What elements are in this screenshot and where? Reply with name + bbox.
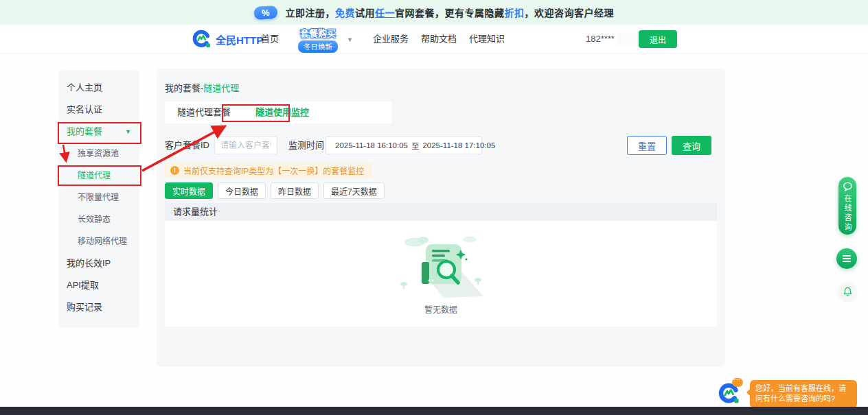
date-range-end: 2025-11-18 17:10:05 — [422, 141, 495, 150]
notification-button[interactable] — [838, 283, 856, 300]
promo-seg: 试用 — [355, 8, 375, 19]
sidebar-item-longterm-ip[interactable]: 我的长效IP — [58, 252, 139, 274]
chat-typing-badge: ··· — [732, 378, 743, 387]
online-service-label: 在线咨询 — [842, 194, 853, 233]
logo-icon — [192, 29, 212, 49]
promo-banner: % 立即注册，免费试用任一官网套餐，更有专属隐藏折扣，欢迎咨询客户经理 — [0, 0, 868, 25]
date-range-start: 2025-11-18 16:10:05 — [335, 141, 408, 150]
brand-logo[interactable]: 全民HTTP — [192, 29, 263, 49]
header: 全民HTTP 首页 套餐购买 冬日焕新 ▼ 企业服务 帮助文档 代理知识 182… — [0, 25, 868, 54]
date-range-picker[interactable]: 2025-11-18 16:10:05 至 2025-11-18 17:10:0… — [326, 137, 482, 154]
nav-package-buy-badge: 冬日焕新 — [297, 40, 339, 54]
chevron-down-icon[interactable]: ▼ — [347, 36, 353, 43]
notice-bar: ! 当前仅支持查询IP类型为【一次一换】的套餐监控 — [165, 163, 372, 178]
quick-menu-button[interactable] — [836, 248, 857, 269]
breadcrumb: 我的套餐-隧道代理 — [165, 81, 239, 94]
nav-knowledge[interactable]: 代理知识 — [469, 25, 505, 53]
sidebar-item-my-packages[interactable]: 我的套餐 ▼ — [58, 121, 139, 143]
promo-seg-any[interactable]: 任一 — [375, 8, 395, 19]
empty-state-illustration — [396, 233, 486, 298]
customer-package-id-label: 客户套餐ID — [165, 136, 209, 155]
section-title: 请求量统计 — [165, 203, 717, 221]
main-content: 我的套餐-隧道代理 隧道代理套餐 隧道使用监控 客户套餐ID 监测时间 2025… — [157, 69, 725, 367]
nav-home[interactable]: 首页 — [261, 25, 279, 53]
chevron-down-icon: ▼ — [125, 121, 131, 143]
user-phone[interactable]: 182**** — [586, 25, 615, 53]
range-tab-yesterday[interactable]: 昨日数据 — [271, 182, 319, 199]
tab-tunnel-monitor[interactable]: 隧道使用监控 — [243, 102, 321, 123]
bell-icon — [843, 287, 852, 296]
time-range-tabs: 实时数据 今日数据 昨日数据 最近7天数据 — [165, 182, 385, 199]
reset-button[interactable]: 重置 — [627, 136, 667, 155]
menu-lines-icon — [843, 255, 851, 257]
notice-text: 当前仅支持查询IP类型为【一次一换】的套餐监控 — [183, 165, 364, 176]
sidebar: 个人主页 实名认证 我的套餐 ▼ 独享资源池 隧道代理 不限量代理 长效静态 移… — [58, 71, 139, 328]
page: % 立即注册，免费试用任一官网套餐，更有专属隐藏折扣，欢迎咨询客户经理 全民HT… — [0, 0, 868, 415]
promo-seg: 官网套餐，更有专属隐藏 — [395, 8, 505, 19]
tab-tunnel-packages[interactable]: 隧道代理套餐 — [165, 102, 243, 123]
sidebar-item-my-packages-label: 我的套餐 — [67, 126, 102, 137]
chat-bubble-icon — [843, 182, 853, 191]
sidebar-item-tunnel-proxy[interactable]: 隧道代理 — [58, 165, 139, 187]
sidebar-item-static-longterm[interactable]: 长效静态 — [58, 209, 139, 230]
empty-state-text: 暂无数据 — [424, 303, 457, 315]
logout-button[interactable]: 退出 — [639, 30, 677, 48]
brand-name: 全民HTTP — [216, 32, 263, 47]
customer-package-id-input[interactable] — [214, 137, 277, 154]
range-tab-7days[interactable]: 最近7天数据 — [323, 182, 385, 199]
footer-bar — [0, 407, 868, 415]
sidebar-item-mobile-proxy[interactable]: 移动网络代理 — [58, 230, 139, 252]
promo-text: 立即注册，免费试用任一官网套餐，更有专属隐藏折扣，欢迎咨询客户经理 — [286, 5, 615, 19]
sidebar-item-exclusive-pool[interactable]: 独享资源池 — [58, 143, 139, 165]
range-tab-realtime[interactable]: 实时数据 — [165, 182, 213, 199]
date-range-separator: 至 — [411, 140, 420, 151]
nav-enterprise[interactable]: 企业服务 — [373, 25, 409, 53]
sidebar-item-profile[interactable]: 个人主页 — [58, 77, 139, 99]
promo-seg: ，欢迎咨询客户经理 — [525, 8, 615, 19]
promo-seg-free[interactable]: 免费 — [335, 8, 355, 19]
percent-icon: % — [253, 5, 277, 19]
monitor-time-label: 监测时间 — [288, 136, 324, 155]
sidebar-item-realname[interactable]: 实名认证 — [58, 99, 139, 121]
tab-bar: 隧道代理套餐 隧道使用监控 — [165, 102, 391, 123]
request-stats-chart: 暂无数据 — [165, 221, 717, 327]
breadcrumb-current: 隧道代理 — [203, 83, 239, 93]
nav-package-buy[interactable]: 套餐购买 冬日焕新 — [294, 26, 342, 54]
promo-seg: 立即注册， — [286, 8, 336, 19]
chat-tooltip[interactable]: 您好，当前有客服在线，请问有什么需要咨询的吗? — [750, 380, 857, 408]
sidebar-item-api-extract[interactable]: API提取 — [58, 274, 139, 296]
query-button[interactable]: 查询 — [672, 136, 711, 155]
promo-seg-discount[interactable]: 折扣 — [505, 8, 525, 19]
info-icon: ! — [170, 166, 179, 175]
breadcrumb-prefix: 我的套餐- — [165, 83, 203, 93]
online-service-button[interactable]: 在线咨询 — [838, 177, 856, 235]
nav-docs[interactable]: 帮助文档 — [421, 25, 457, 53]
nav-package-buy-label: 套餐购买 — [294, 26, 342, 39]
sidebar-item-unlimited-proxy[interactable]: 不限量代理 — [58, 187, 139, 209]
range-tab-today[interactable]: 今日数据 — [218, 182, 266, 199]
sidebar-item-purchase-history[interactable]: 购买记录 — [58, 296, 139, 318]
